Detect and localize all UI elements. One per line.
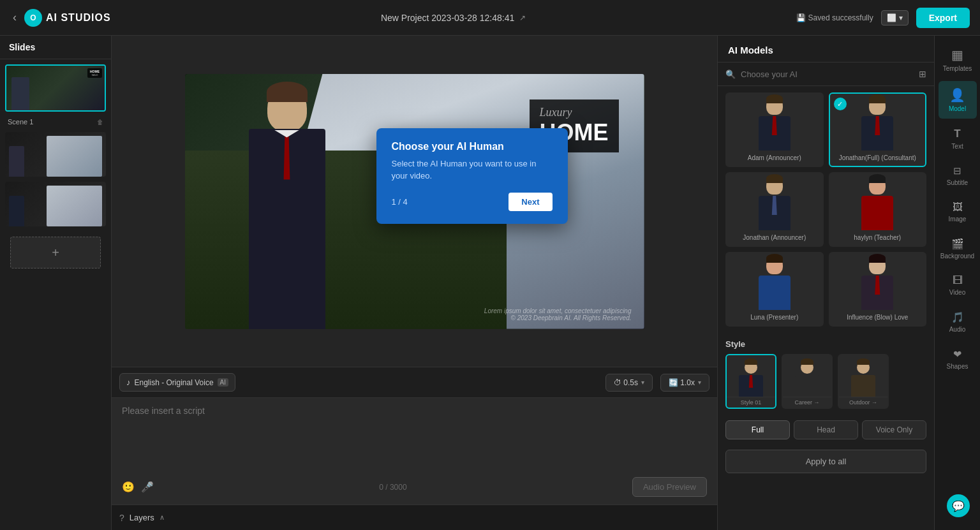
image-icon: 🖼 bbox=[953, 202, 963, 213]
popup-overlay: Choose your AI Human Select the AI Human… bbox=[376, 128, 568, 224]
sidebar-item-subtitle[interactable]: ⊟ Subtitle bbox=[939, 159, 977, 193]
model-card-adam[interactable]: Adam (Announcer) bbox=[725, 92, 824, 167]
style-card-img-2 bbox=[783, 355, 831, 397]
sidebar-item-shapes[interactable]: ❤ Shapes bbox=[939, 342, 977, 376]
shapes-label: Shapes bbox=[947, 363, 969, 370]
slide-delete-icon[interactable]: 🗑 bbox=[97, 119, 103, 126]
model-card-img-adam bbox=[727, 94, 822, 151]
model-card-img-luna bbox=[727, 253, 822, 311]
popup-subtitle: Select the AI Human you want to use in y… bbox=[392, 158, 553, 182]
popup-next-button[interactable]: Next bbox=[509, 193, 552, 211]
model-card-luna[interactable]: Luna (Presenter) bbox=[725, 252, 824, 327]
voice-icon: ♪ bbox=[126, 378, 131, 387]
slides-panel: Slides HOME SALE Scene 1 🗑 bbox=[0, 36, 112, 530]
help-icon[interactable]: ? bbox=[119, 513, 124, 523]
external-link-icon[interactable]: ↗ bbox=[519, 13, 526, 22]
model-card-jonathan-ann[interactable]: Jonathan (Announcer) bbox=[725, 172, 824, 247]
script-count: 0 / 3000 bbox=[379, 483, 406, 492]
background-label: Background bbox=[940, 253, 974, 260]
scene-label: Scene 1 🗑 bbox=[5, 117, 106, 127]
export-button[interactable]: Export bbox=[916, 8, 970, 28]
save-icon: 💾 bbox=[796, 13, 806, 22]
text-icon: T bbox=[954, 128, 960, 140]
audio-preview-button[interactable]: Audio Preview bbox=[632, 477, 707, 497]
image-label: Image bbox=[949, 216, 967, 223]
model-label: Model bbox=[949, 105, 966, 112]
script-textarea[interactable] bbox=[122, 406, 707, 469]
popup-footer: 1 / 4 Next bbox=[392, 193, 553, 211]
voice-tag: AI bbox=[218, 378, 228, 386]
position-tab-voice[interactable]: Voice Only bbox=[862, 420, 926, 439]
style-grid: Style 01 Career → bbox=[725, 354, 926, 409]
video-canvas[interactable]: Luxury HOME Choose your AI Human Select … bbox=[185, 74, 644, 329]
sidebar-item-templates[interactable]: ▦ Templates bbox=[939, 41, 977, 78]
voice-button[interactable]: ♪ English - Original Voice AI bbox=[119, 373, 235, 392]
speed-label: 🔄 1.0x bbox=[669, 378, 695, 387]
saved-label: Saved successfully bbox=[808, 13, 873, 22]
center-content: Luxury HOME Choose your AI Human Select … bbox=[112, 36, 717, 530]
sidebar-item-background[interactable]: 🎬 Background bbox=[939, 232, 977, 266]
style-section: Style Style 01 bbox=[718, 333, 934, 415]
search-icon: 🔍 bbox=[725, 70, 736, 79]
sidebar-item-image[interactable]: 🖼 Image bbox=[939, 195, 977, 229]
position-tab-head[interactable]: Head bbox=[794, 420, 858, 439]
model-label-adam: Adam (Announcer) bbox=[727, 151, 822, 166]
shapes-icon: ❤ bbox=[953, 348, 961, 360]
model-label-haylyn: haylyn (Teacher) bbox=[830, 231, 926, 246]
position-tabs: Full Head Voice Only bbox=[718, 415, 934, 445]
model-card-img-influence bbox=[830, 253, 926, 311]
models-grid: Adam (Announcer) ✓ Jonathan(Full) (Consu… bbox=[718, 86, 934, 333]
sidebar-item-model[interactable]: 👤 Model bbox=[939, 81, 977, 119]
model-label-jonathan-full: Jonathan(Full) (Consultant) bbox=[830, 151, 926, 166]
audio-label: Audio bbox=[949, 326, 966, 333]
slide-thumb-1: HOME SALE bbox=[6, 66, 105, 110]
slide-item-3[interactable] bbox=[5, 182, 106, 226]
right-panel: AI Models 🔍 ⊞ Adam (Announcer) bbox=[717, 36, 934, 530]
style-card-3[interactable]: Outdoor → bbox=[838, 354, 889, 409]
background-icon: 🎬 bbox=[951, 238, 964, 250]
style-card-2[interactable]: Career → bbox=[782, 354, 833, 409]
sidebar-item-audio[interactable]: 🎵 Audio bbox=[939, 305, 977, 339]
subtitle-icon: ⊟ bbox=[953, 165, 961, 177]
speed-button[interactable]: 🔄 1.0x ▾ bbox=[660, 374, 709, 392]
search-input[interactable] bbox=[741, 70, 914, 79]
apply-all-button[interactable]: Apply to all bbox=[725, 450, 926, 473]
slides-list: HOME SALE Scene 1 🗑 bbox=[0, 59, 111, 530]
popup-title: Choose your AI Human bbox=[392, 141, 553, 152]
slide-item-1[interactable]: HOME SALE bbox=[5, 64, 106, 112]
timing-chevron: ▾ bbox=[641, 379, 644, 386]
subtitle-label: Subtitle bbox=[947, 179, 968, 186]
grid-icon[interactable]: ⊞ bbox=[919, 69, 926, 79]
style-label-1: Style 01 bbox=[727, 397, 775, 408]
slide-item-2[interactable] bbox=[5, 132, 106, 177]
aspect-ratio-button[interactable]: ⬜ ▾ bbox=[881, 10, 909, 26]
script-area: 🙂 🎤 0 / 3000 Audio Preview bbox=[112, 397, 717, 504]
topbar: ‹ O AI STUDIOS New Project 2023-03-28 12… bbox=[0, 0, 980, 36]
model-card-jonathan-full[interactable]: ✓ Jonathan(Full) (Consultant) bbox=[829, 92, 927, 167]
style-card-img-3 bbox=[839, 355, 887, 397]
add-slide-button[interactable]: + bbox=[10, 237, 101, 269]
sidebar-item-video[interactable]: 🎞 Video bbox=[939, 269, 977, 302]
chat-bubble[interactable]: 💬 bbox=[947, 494, 970, 517]
back-button[interactable]: ‹ bbox=[10, 8, 19, 27]
style-card-1[interactable]: Style 01 bbox=[725, 354, 776, 409]
topbar-center: New Project 2023-03-28 12:48:41 ↗ bbox=[119, 13, 789, 23]
model-card-influence[interactable]: Influence (Blow) Love bbox=[829, 252, 927, 327]
audio-icon: 🎵 bbox=[951, 311, 964, 323]
project-title: New Project 2023-03-28 12:48:41 bbox=[381, 13, 514, 23]
layers-chevron[interactable]: ∧ bbox=[160, 513, 165, 522]
slides-header: Slides bbox=[0, 36, 111, 59]
video-label: Video bbox=[949, 289, 965, 296]
timing-button[interactable]: ⏱ 0.5s ▾ bbox=[605, 374, 653, 392]
position-tab-full[interactable]: Full bbox=[725, 420, 790, 439]
aspect-icon: ⬜ bbox=[887, 13, 896, 22]
video-icon: 🎞 bbox=[953, 275, 963, 286]
model-card-img-jonathan-ann bbox=[727, 173, 822, 231]
emoji-icon[interactable]: 🙂 bbox=[122, 481, 135, 493]
model-card-img-jonathan bbox=[830, 94, 926, 151]
canvas-presenter bbox=[220, 74, 354, 329]
model-card-haylyn[interactable]: haylyn (Teacher) bbox=[829, 172, 927, 247]
sidebar-item-text[interactable]: T Text bbox=[939, 121, 977, 156]
mic-icon[interactable]: 🎤 bbox=[141, 481, 154, 493]
saved-status: 💾 Saved successfully bbox=[796, 13, 873, 22]
